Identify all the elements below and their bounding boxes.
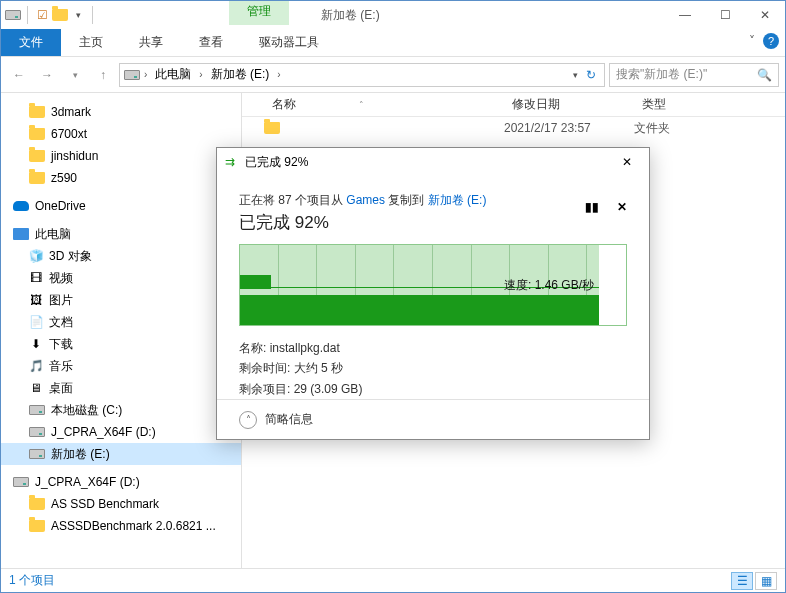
- title-bar: ☑ ▾ 管理 新加卷 (E:) — ☐ ✕: [1, 1, 785, 29]
- tab-file[interactable]: 文件: [1, 29, 61, 56]
- tree-pictures[interactable]: 🖼图片: [1, 289, 241, 311]
- chevron-right-icon[interactable]: ›: [144, 69, 147, 80]
- file-type: 文件夹: [634, 120, 670, 137]
- tree-onedrive[interactable]: OneDrive: [1, 195, 241, 217]
- breadcrumb[interactable]: › 此电脑 › 新加卷 (E:) › ▾ ↻: [119, 63, 605, 87]
- time-remaining: 大约 5 秒: [294, 361, 343, 375]
- copy-description: 正在将 87 个项目从 Games 复制到 新加卷 (E:): [239, 192, 627, 209]
- tree-drive-d[interactable]: J_CPRA_X64F (D:): [1, 421, 241, 443]
- tree-folder[interactable]: z590: [1, 167, 241, 189]
- tab-drive-tools[interactable]: 驱动器工具: [241, 29, 337, 56]
- music-icon: 🎵: [29, 359, 43, 373]
- maximize-button[interactable]: ☐: [705, 1, 745, 29]
- tab-view[interactable]: 查看: [181, 29, 241, 56]
- copy-details: 名称: installpkg.dat 剩余时间: 大约 5 秒 剩余项目: 29…: [239, 338, 627, 399]
- qat-dropdown-icon[interactable]: ▾: [70, 7, 86, 23]
- brief-info-toggle[interactable]: 简略信息: [265, 411, 313, 428]
- file-date: 2021/2/17 23:57: [504, 121, 634, 135]
- film-icon: 🎞: [29, 271, 43, 285]
- tree-downloads[interactable]: ⬇下载: [1, 333, 241, 355]
- window-title: 新加卷 (E:): [321, 7, 380, 24]
- search-input[interactable]: 搜索"新加卷 (E:)" 🔍: [609, 63, 779, 87]
- tree-folder[interactable]: jinshidun: [1, 145, 241, 167]
- tree-drive-c[interactable]: 本地磁盘 (C:): [1, 399, 241, 421]
- document-icon: 📄: [29, 315, 43, 329]
- qat-newfolder-icon[interactable]: [52, 7, 68, 23]
- folder-icon: [264, 122, 280, 134]
- nav-recent-dropdown[interactable]: ▾: [63, 63, 87, 87]
- address-dropdown-icon[interactable]: ▾: [573, 70, 578, 80]
- dialog-titlebar[interactable]: ⇉ 已完成 92%: [217, 148, 649, 176]
- stop-button[interactable]: ✕: [617, 200, 627, 214]
- column-date[interactable]: 修改日期: [504, 96, 634, 113]
- breadcrumb-current[interactable]: 新加卷 (E:): [207, 66, 274, 83]
- source-link[interactable]: Games: [346, 193, 385, 207]
- minimize-button[interactable]: —: [665, 1, 705, 29]
- view-icons-button[interactable]: ▦: [755, 572, 777, 590]
- close-button[interactable]: ✕: [745, 1, 785, 29]
- chevron-up-icon[interactable]: ˄: [239, 411, 257, 429]
- folder-icon: [29, 520, 45, 532]
- tree-desktop[interactable]: 🖥桌面: [1, 377, 241, 399]
- app-icon: [5, 7, 21, 23]
- item-count: 1 个项目: [9, 572, 55, 589]
- tree-drive-e[interactable]: 新加卷 (E:): [1, 443, 241, 465]
- folder-icon: [29, 106, 45, 118]
- folder-icon: [29, 172, 45, 184]
- nav-forward-button[interactable]: →: [35, 63, 59, 87]
- tree-documents[interactable]: 📄文档: [1, 311, 241, 333]
- refresh-icon[interactable]: ↻: [586, 68, 596, 82]
- onedrive-icon: [13, 201, 29, 211]
- tree-this-pc[interactable]: 此电脑: [1, 223, 241, 245]
- breadcrumb-root[interactable]: 此电脑: [151, 66, 195, 83]
- tree-folder[interactable]: ASSSDBenchmark 2.0.6821 ...: [1, 515, 241, 537]
- search-placeholder: 搜索"新加卷 (E:)": [616, 66, 707, 83]
- tree-music[interactable]: 🎵音乐: [1, 355, 241, 377]
- ribbon-expand-icon[interactable]: ˅: [749, 34, 755, 48]
- search-icon[interactable]: 🔍: [757, 68, 772, 82]
- tab-home[interactable]: 主页: [61, 29, 121, 56]
- speed-label: 速度: 1.46 GB/秒: [504, 277, 594, 294]
- help-icon[interactable]: ?: [763, 33, 779, 49]
- drive-icon: [13, 477, 29, 487]
- drive-icon: [29, 405, 45, 415]
- pause-button[interactable]: ▮▮: [585, 200, 599, 214]
- tree-folder[interactable]: 6700xt: [1, 123, 241, 145]
- copy-icon: ⇉: [225, 155, 239, 169]
- pc-icon: [13, 228, 29, 240]
- tree-3d-objects[interactable]: 🧊3D 对象: [1, 245, 241, 267]
- folder-icon: [29, 498, 45, 510]
- column-type[interactable]: 类型: [634, 96, 674, 113]
- tree-external-drive[interactable]: J_CPRA_X64F (D:): [1, 471, 241, 493]
- navigation-tree: 3dmark 6700xt jinshidun z590 OneDrive 此电…: [1, 93, 241, 568]
- cube-icon: 🧊: [29, 249, 43, 263]
- dialog-close-button[interactable]: ✕: [609, 150, 645, 174]
- chevron-right-icon[interactable]: ›: [199, 69, 202, 80]
- chevron-right-icon[interactable]: ›: [277, 69, 280, 80]
- tab-share[interactable]: 共享: [121, 29, 181, 56]
- desktop-icon: 🖥: [29, 381, 43, 395]
- qat-properties-icon[interactable]: ☑: [34, 7, 50, 23]
- drive-icon: [29, 449, 45, 459]
- tree-videos[interactable]: 🎞视频: [1, 267, 241, 289]
- picture-icon: 🖼: [29, 293, 43, 307]
- items-remaining: 29 (3.09 GB): [294, 382, 363, 396]
- column-name[interactable]: 名称 ˄: [264, 96, 504, 113]
- folder-icon: [29, 150, 45, 162]
- tree-folder[interactable]: AS SSD Benchmark: [1, 493, 241, 515]
- copy-progress-dialog: ⇉ 已完成 92% ✕ 正在将 87 个项目从 Games 复制到 新加卷 (E…: [216, 147, 650, 440]
- tree-folder[interactable]: 3dmark: [1, 101, 241, 123]
- nav-up-button[interactable]: ↑: [91, 63, 115, 87]
- contextual-tab-manage[interactable]: 管理: [229, 1, 289, 25]
- column-headers: 名称 ˄ 修改日期 类型: [242, 93, 785, 117]
- view-details-button[interactable]: ☰: [731, 572, 753, 590]
- breadcrumb-drive-icon: [124, 70, 140, 80]
- nav-back-button[interactable]: ←: [7, 63, 31, 87]
- sort-indicator-icon: ˄: [359, 100, 364, 110]
- speed-graph: 速度: 1.46 GB/秒: [239, 244, 627, 326]
- ribbon-tabs: 文件 主页 共享 查看 驱动器工具 ˅ ?: [1, 29, 785, 57]
- address-bar: ← → ▾ ↑ › 此电脑 › 新加卷 (E:) › ▾ ↻ 搜索"新加卷 (E…: [1, 57, 785, 93]
- table-row[interactable]: 2021/2/17 23:57 文件夹: [242, 117, 785, 139]
- folder-icon: [29, 128, 45, 140]
- destination-link[interactable]: 新加卷 (E:): [428, 193, 487, 207]
